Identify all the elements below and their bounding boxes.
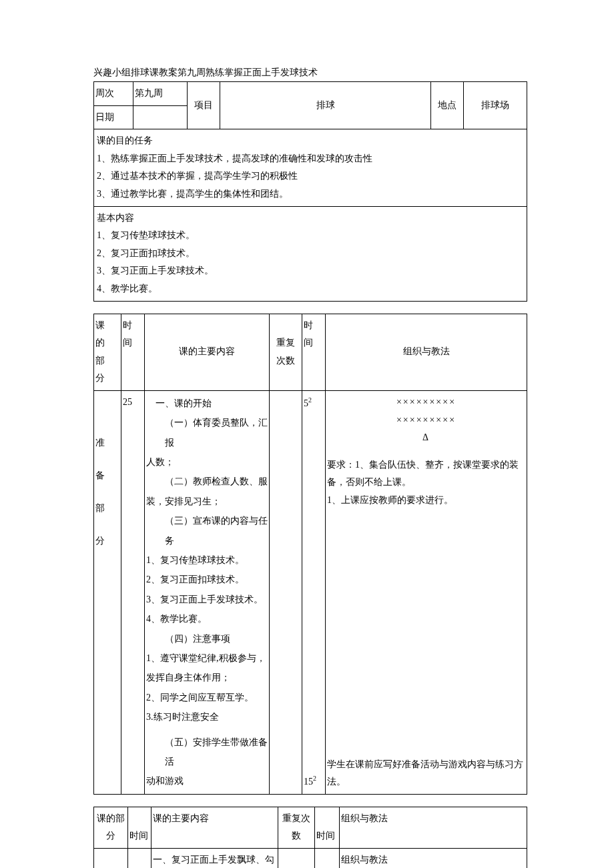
basic-line: 4、教学比赛。 xyxy=(97,280,524,298)
basic-line: 2、复习正面扣球技术。 xyxy=(97,245,524,263)
week-value: 第九周 xyxy=(133,82,188,106)
project-label: 项目 xyxy=(188,82,220,129)
col-rep-header: 重复 次数 xyxy=(270,314,302,390)
purpose-line: 3、通过教学比赛，提高学生的集体性和团结。 xyxy=(97,185,524,203)
col-dur-header: 时间 xyxy=(315,807,340,848)
col-content-header: 课的主要内容 xyxy=(145,314,270,390)
date-label: 日期 xyxy=(94,105,133,129)
col-content-header: 课的主要内容 xyxy=(151,807,278,848)
basic-part-table: 课的部 分 时间 课的主要内容 重复次 数 时间 组织与教法 基 一、复习正面上… xyxy=(93,807,527,868)
info-table: 周次 第九周 项目 排球 地点 排球场 日期 课的目的任务 1、熟练掌握正面上手… xyxy=(93,81,527,302)
location-label: 地点 xyxy=(431,82,464,129)
basic-dur xyxy=(315,848,340,868)
org-footnote: 学生在课前应写好准备活动与游戏内容与练习方法。 xyxy=(327,756,525,791)
document-title: 兴趣小组排球课教案第九周熟练掌握正面上手发球技术 xyxy=(93,67,527,79)
col-dur-header: 时 间 xyxy=(302,314,326,390)
col-org-header: 组织与教法 xyxy=(340,807,527,848)
prep-rep xyxy=(270,390,302,794)
prep-organization: ××××××××× ××××××××× Δ 要求：1、集合队伍快、整齐，按课堂要… xyxy=(326,390,527,794)
org-requirement: 要求：1、集合队伍快、整齐，按课堂要求的装备，否则不给上课。 xyxy=(327,456,525,492)
basic-content: 一、复习正面上手发飘球、勾手 大力发球技术 1、击球点，尽量保持在右肩前上 方。 xyxy=(151,848,278,868)
project-value: 排球 xyxy=(220,82,431,129)
basic-rep xyxy=(278,848,315,868)
formation-teacher: Δ xyxy=(327,429,525,447)
col-time-header: 时间 xyxy=(128,807,151,848)
basic-line: 3、复习正面上手发球技术。 xyxy=(97,262,524,280)
col-time-header: 时 间 xyxy=(121,314,145,390)
basic-section-label: 基 xyxy=(94,848,128,868)
purpose-line: 1、熟练掌握正面上手发球技术，提高发球的准确性和发球的攻击性 xyxy=(97,150,524,168)
formation-row: ××××××××× xyxy=(327,394,525,412)
purpose-line: 2、通过基本技术的掌握，提高学生学习的积极性 xyxy=(97,167,524,185)
basic-cell: 基本内容 1、复习传垫球球技术。 2、复习正面扣球技术。 3、复习正面上手发球技… xyxy=(94,206,527,301)
prep-content: 一、课的开始 （一）体育委员整队，汇报 人数； （二）教师检查人数、服 装，安排… xyxy=(145,390,270,794)
purpose-cell: 课的目的任务 1、熟练掌握正面上手发球技术，提高发球的准确性和发球的攻击性 2、… xyxy=(94,129,527,206)
prep-time-value: 25 xyxy=(121,390,145,794)
prep-section-label: 准 备 部 分 xyxy=(94,390,121,794)
col-part-header: 课 的 部 分 xyxy=(94,314,121,390)
col-org-header: 组织与教法 xyxy=(326,314,527,390)
date-value xyxy=(133,105,188,129)
org-requirement: 1、上课应按教师的要求进行。 xyxy=(327,492,525,510)
basic-header: 基本内容 xyxy=(97,209,524,228)
basic-line: 1、复习传垫球球技术。 xyxy=(97,227,524,245)
col-rep-header: 重复次 数 xyxy=(278,807,315,848)
location-value: 排球场 xyxy=(464,82,527,129)
week-label: 周次 xyxy=(94,82,133,106)
formation-row: ××××××××× xyxy=(327,412,525,430)
prep-duration: 52 152 xyxy=(302,390,326,794)
main-table: 课 的 部 分 时 间 课的主要内容 重复 次数 时 间 组织与教法 准 备 部… xyxy=(93,314,527,795)
col-part-header: 课的部 分 xyxy=(94,807,128,848)
purpose-header: 课的目的任务 xyxy=(97,132,524,150)
basic-org: 组织与教法 1、教师先示范，并讲解重点和难 点 2、学生二人一组分组练习 xyxy=(340,848,527,868)
basic-time xyxy=(128,848,151,868)
